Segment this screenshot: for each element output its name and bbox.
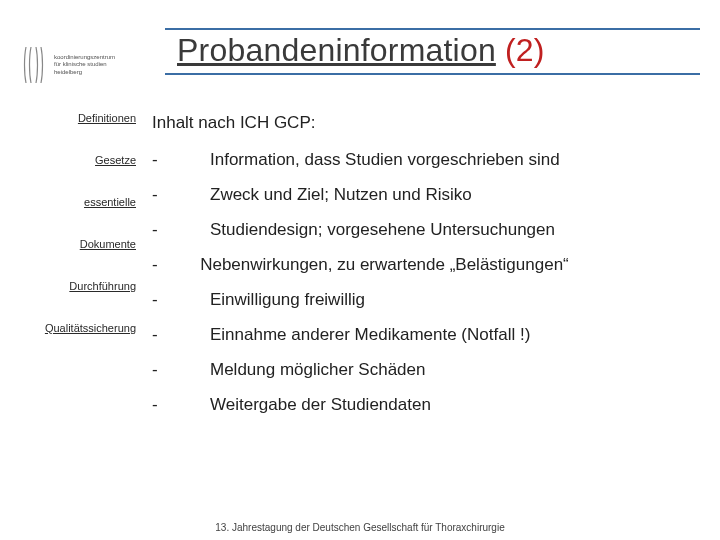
bullet-dash: - [152, 149, 210, 172]
title-main: Probandeninformation [177, 32, 496, 68]
bullet-dash: - [152, 289, 210, 312]
list-item: - Information, dass Studien vorgeschrieb… [152, 149, 560, 172]
list-item: - Meldung möglicher Schäden [152, 359, 425, 382]
sidebar-item-dokumente[interactable]: Dokumente [0, 238, 136, 250]
sidebar-item-definitionen[interactable]: Definitionen [0, 112, 136, 124]
list-item-text: Zweck und Ziel; Nutzen und Risiko [210, 184, 472, 207]
sidebar-item-essentielle[interactable]: essentielle [0, 196, 136, 208]
list-item-text: Nebenwirkungen, zu erwartende „Belästigu… [200, 255, 569, 274]
footer-text: 13. Jahrestagung der Deutschen Gesellsch… [0, 522, 720, 533]
bullet-dash: - [152, 359, 210, 382]
sidebar-item-qualitaetssicherung[interactable]: Qualitätssicherung [0, 322, 136, 334]
bullet-dash: - [152, 394, 210, 417]
list-item: - Nebenwirkungen, zu erwartende „Belästi… [152, 254, 700, 277]
sidebar-item-gesetze[interactable]: Gesetze [0, 154, 136, 166]
institution-logo-icon [22, 45, 48, 85]
page-title: Probandeninformation (2) [165, 32, 700, 71]
list-item-text: Studiendesign; vorgesehene Untersuchunge… [210, 219, 555, 242]
bullet-dash: - [152, 255, 158, 274]
slide: koordinierungszentrum für klinische stud… [0, 0, 720, 540]
list-item-text: Einnahme anderer Medikamente (Notfall !) [210, 324, 530, 347]
title-suffix: (2) [496, 32, 545, 68]
logo-block: koordinierungszentrum für klinische stud… [22, 40, 142, 90]
list-item: - Einnahme anderer Medikamente (Notfall … [152, 324, 530, 347]
bullet-dash: - [152, 324, 210, 347]
content-heading: Inhalt nach ICH GCP: [152, 112, 700, 135]
sidebar-item-durchfuehrung[interactable]: Durchführung [0, 280, 136, 292]
logo-text: koordinierungszentrum für klinische stud… [54, 54, 115, 76]
bullet-dash: - [152, 184, 210, 207]
list-item: - Einwilligung freiwillig [152, 289, 365, 312]
list-item-text: Information, dass Studien vorgeschrieben… [210, 149, 560, 172]
title-rule-top [165, 28, 700, 30]
list-item-text: Meldung möglicher Schäden [210, 359, 425, 382]
list-item: - Weitergabe der Studiendaten [152, 394, 431, 417]
list-item: - Zweck und Ziel; Nutzen und Risiko [152, 184, 472, 207]
bullet-dash: - [152, 219, 210, 242]
sidebar: Definitionen Gesetze essentielle Dokumen… [0, 112, 148, 364]
title-rule-bottom [165, 73, 700, 75]
title-block: Probandeninformation (2) [165, 28, 700, 75]
list-item-text: Einwilligung freiwillig [210, 289, 365, 312]
list-item: - Studiendesign; vorgesehene Untersuchun… [152, 219, 555, 242]
content-body: Inhalt nach ICH GCP: - Information, dass… [152, 112, 700, 428]
list-item-text: Weitergabe der Studiendaten [210, 394, 431, 417]
